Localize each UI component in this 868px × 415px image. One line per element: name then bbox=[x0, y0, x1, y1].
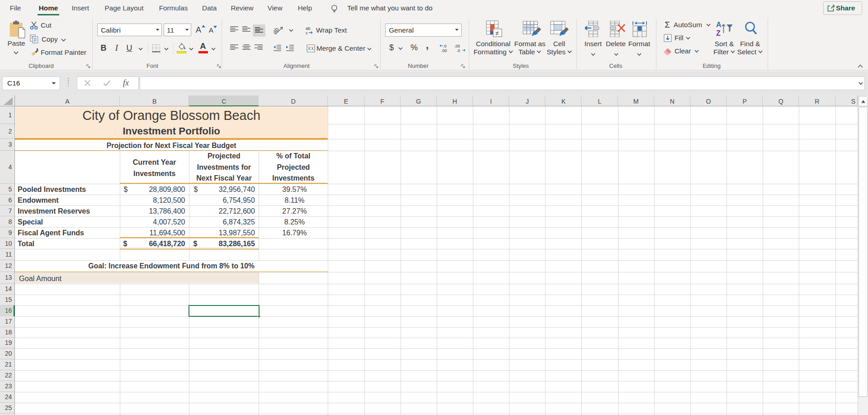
svg-text:.0: .0 bbox=[457, 48, 460, 52]
svg-text:≠: ≠ bbox=[495, 29, 499, 37]
svg-text:.00: .00 bbox=[454, 44, 460, 48]
svg-text:.0: .0 bbox=[443, 44, 447, 48]
svg-text:Z: Z bbox=[716, 29, 721, 37]
svg-text:.00: .00 bbox=[441, 48, 447, 52]
svg-text:c: c bbox=[306, 30, 308, 35]
svg-text:A: A bbox=[716, 21, 722, 29]
